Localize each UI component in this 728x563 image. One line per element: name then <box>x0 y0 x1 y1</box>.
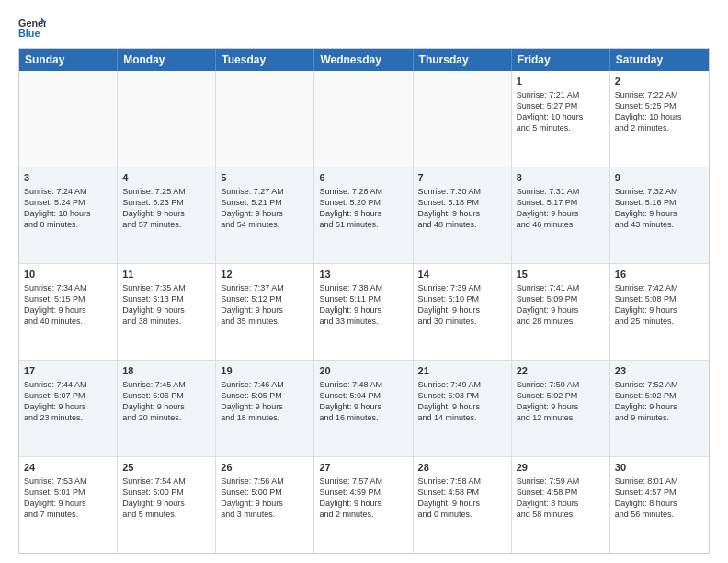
weekday-header: Monday <box>118 49 216 71</box>
day-info: Sunrise: 7:52 AM Sunset: 5:02 PM Dayligh… <box>615 379 704 424</box>
day-info: Sunrise: 7:56 AM Sunset: 5:00 PM Dayligh… <box>221 476 309 521</box>
day-cell: 24Sunrise: 7:53 AM Sunset: 5:01 PM Dayli… <box>19 457 118 553</box>
day-cell: 1Sunrise: 7:21 AM Sunset: 5:27 PM Daylig… <box>512 71 610 167</box>
day-number: 27 <box>319 461 407 475</box>
day-number: 29 <box>517 461 605 475</box>
day-info: Sunrise: 7:27 AM Sunset: 5:21 PM Dayligh… <box>221 186 309 231</box>
page-header: General Blue <box>18 15 710 42</box>
day-info: Sunrise: 7:45 AM Sunset: 5:06 PM Dayligh… <box>122 379 210 424</box>
day-number: 28 <box>418 461 506 475</box>
day-cell: 22Sunrise: 7:50 AM Sunset: 5:02 PM Dayli… <box>512 361 610 456</box>
weekday-header: Sunday <box>19 49 118 71</box>
day-info: Sunrise: 8:01 AM Sunset: 4:57 PM Dayligh… <box>615 476 704 521</box>
logo-icon: General Blue <box>18 15 46 42</box>
day-number: 15 <box>517 268 605 282</box>
day-number: 25 <box>122 461 210 475</box>
empty-cell <box>414 71 512 167</box>
weekday-header: Thursday <box>414 49 512 71</box>
day-cell: 30Sunrise: 8:01 AM Sunset: 4:57 PM Dayli… <box>610 457 709 553</box>
day-number: 5 <box>221 171 309 185</box>
day-cell: 9Sunrise: 7:32 AM Sunset: 5:16 PM Daylig… <box>610 167 709 263</box>
calendar-row: 1Sunrise: 7:21 AM Sunset: 5:27 PM Daylig… <box>19 71 709 167</box>
day-info: Sunrise: 7:37 AM Sunset: 5:12 PM Dayligh… <box>221 282 309 327</box>
day-number: 8 <box>517 171 605 185</box>
day-info: Sunrise: 7:59 AM Sunset: 4:58 PM Dayligh… <box>517 476 605 521</box>
day-number: 2 <box>615 75 704 88</box>
day-cell: 3Sunrise: 7:24 AM Sunset: 5:24 PM Daylig… <box>19 167 118 263</box>
day-cell: 27Sunrise: 7:57 AM Sunset: 4:59 PM Dayli… <box>314 457 413 553</box>
day-number: 16 <box>615 268 704 282</box>
day-cell: 2Sunrise: 7:22 AM Sunset: 5:25 PM Daylig… <box>610 71 709 167</box>
calendar-row: 3Sunrise: 7:24 AM Sunset: 5:24 PM Daylig… <box>19 167 709 264</box>
day-cell: 13Sunrise: 7:38 AM Sunset: 5:11 PM Dayli… <box>314 264 413 360</box>
day-cell: 19Sunrise: 7:46 AM Sunset: 5:05 PM Dayli… <box>216 361 314 456</box>
day-number: 4 <box>122 171 210 185</box>
day-cell: 17Sunrise: 7:44 AM Sunset: 5:07 PM Dayli… <box>19 361 118 456</box>
day-cell: 18Sunrise: 7:45 AM Sunset: 5:06 PM Dayli… <box>118 361 216 456</box>
day-info: Sunrise: 7:28 AM Sunset: 5:20 PM Dayligh… <box>319 186 407 231</box>
weekday-header: Wednesday <box>314 49 413 71</box>
day-info: Sunrise: 7:57 AM Sunset: 4:59 PM Dayligh… <box>319 476 407 521</box>
day-number: 17 <box>24 364 112 378</box>
day-info: Sunrise: 7:58 AM Sunset: 4:58 PM Dayligh… <box>418 476 506 521</box>
day-cell: 25Sunrise: 7:54 AM Sunset: 5:00 PM Dayli… <box>118 457 216 553</box>
day-number: 22 <box>517 364 605 378</box>
day-info: Sunrise: 7:22 AM Sunset: 5:25 PM Dayligh… <box>615 89 704 134</box>
weekday-header: Saturday <box>610 49 709 71</box>
day-number: 26 <box>221 461 309 475</box>
day-cell: 28Sunrise: 7:58 AM Sunset: 4:58 PM Dayli… <box>414 457 512 553</box>
day-info: Sunrise: 7:48 AM Sunset: 5:04 PM Dayligh… <box>319 379 407 424</box>
day-info: Sunrise: 7:25 AM Sunset: 5:23 PM Dayligh… <box>122 186 210 231</box>
day-cell: 10Sunrise: 7:34 AM Sunset: 5:15 PM Dayli… <box>19 264 118 360</box>
day-number: 20 <box>319 364 407 378</box>
day-cell: 7Sunrise: 7:30 AM Sunset: 5:18 PM Daylig… <box>414 167 512 263</box>
day-number: 11 <box>122 268 210 282</box>
day-info: Sunrise: 7:41 AM Sunset: 5:09 PM Dayligh… <box>517 282 605 327</box>
day-cell: 16Sunrise: 7:42 AM Sunset: 5:08 PM Dayli… <box>610 264 709 360</box>
day-cell: 8Sunrise: 7:31 AM Sunset: 5:17 PM Daylig… <box>512 167 610 263</box>
day-info: Sunrise: 7:31 AM Sunset: 5:17 PM Dayligh… <box>517 186 605 231</box>
day-number: 3 <box>24 171 112 185</box>
day-cell: 11Sunrise: 7:35 AM Sunset: 5:13 PM Dayli… <box>118 264 216 360</box>
day-number: 24 <box>24 461 112 475</box>
day-number: 10 <box>24 268 112 282</box>
empty-cell <box>216 71 314 167</box>
day-cell: 26Sunrise: 7:56 AM Sunset: 5:00 PM Dayli… <box>216 457 314 553</box>
empty-cell <box>19 71 118 167</box>
day-info: Sunrise: 7:54 AM Sunset: 5:00 PM Dayligh… <box>122 476 210 521</box>
day-number: 18 <box>122 364 210 378</box>
day-number: 14 <box>418 268 506 282</box>
day-info: Sunrise: 7:35 AM Sunset: 5:13 PM Dayligh… <box>122 282 210 327</box>
day-info: Sunrise: 7:32 AM Sunset: 5:16 PM Dayligh… <box>615 186 704 231</box>
day-cell: 15Sunrise: 7:41 AM Sunset: 5:09 PM Dayli… <box>512 264 610 360</box>
day-number: 30 <box>615 461 704 475</box>
day-cell: 29Sunrise: 7:59 AM Sunset: 4:58 PM Dayli… <box>512 457 610 553</box>
day-cell: 6Sunrise: 7:28 AM Sunset: 5:20 PM Daylig… <box>314 167 413 263</box>
day-info: Sunrise: 7:30 AM Sunset: 5:18 PM Dayligh… <box>418 186 506 231</box>
day-info: Sunrise: 7:39 AM Sunset: 5:10 PM Dayligh… <box>418 282 506 327</box>
empty-cell <box>118 71 216 167</box>
day-info: Sunrise: 7:24 AM Sunset: 5:24 PM Dayligh… <box>24 186 112 231</box>
day-cell: 20Sunrise: 7:48 AM Sunset: 5:04 PM Dayli… <box>314 361 413 456</box>
svg-text:Blue: Blue <box>18 28 40 39</box>
day-info: Sunrise: 7:50 AM Sunset: 5:02 PM Dayligh… <box>517 379 605 424</box>
calendar-row: 24Sunrise: 7:53 AM Sunset: 5:01 PM Dayli… <box>19 457 709 553</box>
day-number: 12 <box>221 268 309 282</box>
day-info: Sunrise: 7:38 AM Sunset: 5:11 PM Dayligh… <box>319 282 407 327</box>
day-info: Sunrise: 7:21 AM Sunset: 5:27 PM Dayligh… <box>517 89 605 134</box>
day-number: 21 <box>418 364 506 378</box>
day-number: 13 <box>319 268 407 282</box>
day-number: 19 <box>221 364 309 378</box>
weekday-header: Tuesday <box>216 49 314 71</box>
day-cell: 23Sunrise: 7:52 AM Sunset: 5:02 PM Dayli… <box>610 361 709 456</box>
weekday-header: Friday <box>512 49 610 71</box>
logo: General Blue <box>18 15 46 42</box>
calendar: SundayMondayTuesdayWednesdayThursdayFrid… <box>18 48 710 554</box>
day-info: Sunrise: 7:53 AM Sunset: 5:01 PM Dayligh… <box>24 476 112 521</box>
day-number: 23 <box>615 364 704 378</box>
day-number: 9 <box>615 171 704 185</box>
day-number: 7 <box>418 171 506 185</box>
day-number: 6 <box>319 171 407 185</box>
day-info: Sunrise: 7:44 AM Sunset: 5:07 PM Dayligh… <box>24 379 112 424</box>
day-cell: 12Sunrise: 7:37 AM Sunset: 5:12 PM Dayli… <box>216 264 314 360</box>
